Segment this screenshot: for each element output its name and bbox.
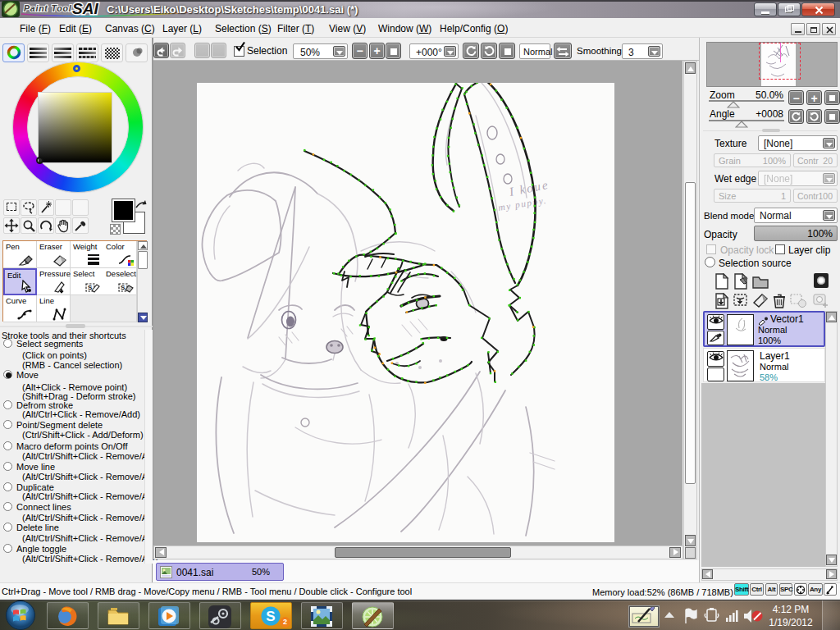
svg-text:SAI: SAI: [72, 0, 98, 17]
svg-text:S: S: [266, 609, 275, 624]
svg-text:S: S: [121, 284, 126, 291]
svg-text:my puppy.: my puppy.: [497, 195, 547, 213]
svg-text:Paint Tool: Paint Tool: [24, 3, 72, 13]
